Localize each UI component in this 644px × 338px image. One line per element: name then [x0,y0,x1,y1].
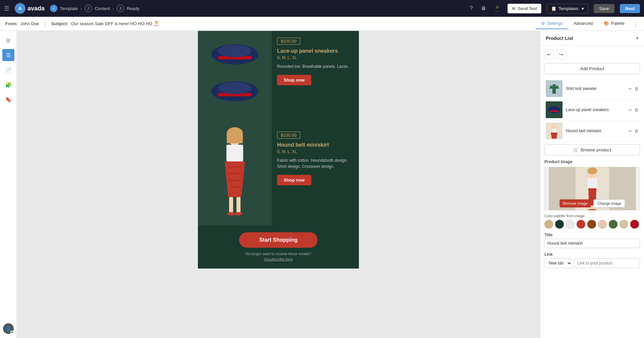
delete-product-sneakers[interactable]: 🗑 [634,107,639,112]
edit-product-sweater[interactable]: ✏ [629,86,632,91]
tab-settings[interactable]: ⚙ Settings [536,18,568,29]
panel-toggle-icon[interactable]: ▾ [636,35,639,41]
sidebar-icon-list[interactable]: ☰ [2,49,14,61]
tab-settings-label: Settings [547,21,563,26]
browse-icon: 🛒 [573,147,579,152]
email-canvas: $100.00 Lace-up panel sneakers S, M, L, … [17,31,540,338]
product-price-skirt: $100.00 [277,132,300,139]
more-options-icon[interactable]: ⋮ [633,20,639,28]
product-thumb-skirt [546,123,562,139]
tab-palette[interactable]: 🎨 Palette [598,18,630,29]
product-name-sneakers: Lace-up panel sneakers [277,48,354,54]
color-swatch-6[interactable] [609,220,618,229]
product-info-sneakers: $100.00 Lace-up panel sneakers S, M, L, … [272,31,359,125]
hamburger-icon[interactable]: ☰ [4,5,9,12]
link-tab-select[interactable]: New tab [544,258,572,268]
svg-rect-36 [588,178,597,188]
start-shopping-button[interactable]: Start Shopping [239,232,318,248]
sub-nav: From: John Doe | Subject: Our season Sal… [0,17,644,31]
help-icon[interactable]: ? [468,4,474,13]
product-thumb-sweater [546,80,562,97]
save-button[interactable]: Save [594,4,614,13]
settings-gear-icon: ⚙ [541,21,545,26]
product-row-skirt: $100.00 Hound belt miniskirt S, M, L, XL… [198,125,359,226]
unsubscribe-link[interactable]: Unsubscribe here [264,257,293,261]
delete-product-sweater[interactable]: 🗑 [634,86,639,91]
product-list-actions-sneakers: ✏ 🗑 [629,107,639,112]
product-price-sneakers: $100.00 [277,38,300,45]
from-label: From: [5,21,18,26]
svg-point-21 [234,212,243,215]
image-action-bar: Remove image Change image [559,199,625,207]
sidebar-icon-doc[interactable]: 📄 [2,64,14,76]
link-input[interactable] [574,258,640,268]
templates-icon: 📋 [551,6,556,11]
product-image-section-title: Product Image [544,159,640,164]
color-swatch-2[interactable] [566,220,575,229]
breadcrumb-step-2: 2 [85,5,92,12]
change-image-button[interactable]: Change image [594,199,625,207]
remove-image-button[interactable]: Remove image [559,199,591,207]
svg-point-20 [227,212,235,215]
redo-button[interactable]: ↪ [556,50,566,59]
shop-now-button-sneakers[interactable]: Shop now [277,75,311,85]
color-swatch-0[interactable] [544,220,553,229]
breadcrumb: ✓ Template › 2 Content › 3 Ready [50,5,140,12]
tab-advanced[interactable]: Advanced [568,18,598,29]
color-swatch-1[interactable] [555,220,564,229]
list-item: Shirt knit sweater ✏ 🗑 [544,78,640,99]
tablet-icon[interactable]: 📱 [493,4,502,13]
product-desc-skirt: Fabric with cotton. Houndstooth design. … [277,157,354,170]
sidebar-icon-bookmark[interactable]: 🔖 [2,93,14,105]
undo-redo-toolbar: ↩ ↪ [544,50,640,59]
from-value: John Doe [20,21,39,26]
top-nav: ☰ A avada ✓ Template › 2 Content › 3 Rea… [0,0,644,17]
sidebar-icon-puzzle[interactable]: 🧩 [2,79,14,91]
browse-product-label: Browse product [581,147,611,152]
shop-now-button-skirt[interactable]: Shop now [277,175,311,185]
svg-rect-19 [236,197,240,214]
breadcrumb-item-2: 2 Content [85,5,110,12]
breadcrumb-label-3: Ready [127,6,140,11]
title-input[interactable] [544,239,640,248]
breadcrumb-item-3: 3 Ready [117,5,140,12]
send-test-label: Send Test [518,6,537,11]
palette-icon: 🎨 [604,21,609,26]
product-list-name-sweater: Shirt knit sweater [566,86,625,91]
svg-rect-13 [226,145,243,161]
browse-product-button[interactable]: 🛒 Browse product [544,144,640,155]
color-swatch-8[interactable] [630,220,639,229]
product-list-name-skirt: Hound belt miniskirt [566,129,625,133]
product-list-name-sneakers: Lace-up panel sneakers [566,107,625,112]
svg-rect-18 [229,197,233,214]
logo: A avada [15,3,45,14]
title-label: Title [544,233,640,237]
sidebar-icon-grid[interactable]: ⊞ [2,34,14,46]
next-button[interactable]: Next [620,4,640,13]
color-swatch-5[interactable] [598,220,607,229]
edit-product-skirt[interactable]: ✏ [629,129,632,134]
product-image-preview: Remove image Change image [544,167,640,210]
color-swatch-3[interactable] [577,220,585,229]
product-image-col-sneakers [198,31,272,125]
svg-rect-26 [549,108,559,111]
edit-product-sneakers[interactable]: ✏ [629,107,632,112]
user-avatar[interactable]: 👤 [3,323,14,334]
color-swatch-4[interactable] [587,220,596,229]
breadcrumb-label-2: Content [95,6,110,11]
undo-button[interactable]: ↩ [544,50,554,59]
templates-button[interactable]: 📋 Templates ▾ [547,4,588,13]
svg-rect-23 [552,84,556,87]
monitor-icon[interactable]: 🖥 [479,4,487,13]
breadcrumb-arrow-2: › [113,6,114,11]
left-sidebar: ⊞ ☰ 📄 🧩 🔖 👤 [0,31,17,338]
panel-title: Product List [546,36,573,41]
delete-product-skirt[interactable]: 🗑 [634,129,639,134]
breadcrumb-step-1: ✓ [50,5,57,12]
send-test-button[interactable]: ✉ Send Test [507,4,541,13]
add-product-button[interactable]: Add Product [544,63,640,74]
color-swatch-7[interactable] [620,220,628,229]
product-image-col-skirt [198,125,272,226]
start-shopping-section: Start Shopping No longer want to receive… [198,226,359,269]
svg-point-35 [587,167,597,174]
